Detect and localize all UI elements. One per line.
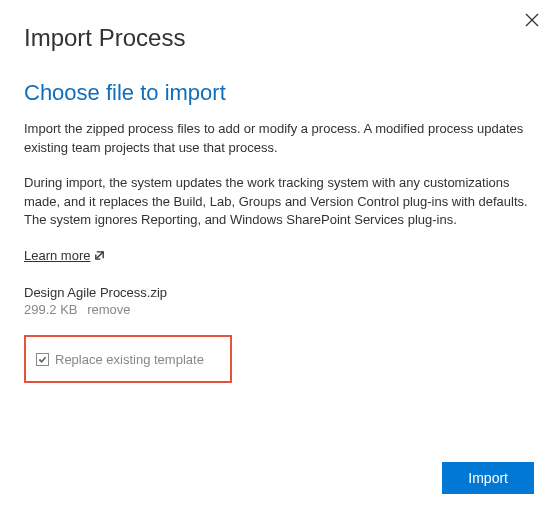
checkbox-label: Replace existing template: [55, 352, 204, 367]
learn-more-label: Learn more: [24, 248, 90, 263]
external-link-icon: [94, 250, 105, 261]
learn-more-link[interactable]: Learn more: [24, 248, 105, 263]
import-button[interactable]: Import: [442, 462, 534, 494]
intro-paragraph-1: Import the zipped process files to add o…: [24, 120, 534, 158]
remove-file-link[interactable]: remove: [87, 302, 130, 317]
section-title: Choose file to import: [24, 80, 534, 106]
highlight-annotation: Replace existing template: [24, 335, 232, 383]
dialog-title: Import Process: [24, 24, 534, 52]
file-size: 299.2 KB: [24, 302, 78, 317]
checkbox-icon: [36, 353, 49, 366]
close-icon[interactable]: [524, 12, 540, 28]
replace-template-checkbox[interactable]: Replace existing template: [36, 352, 204, 367]
selected-file-name: Design Agile Process.zip: [24, 285, 534, 300]
dialog-footer: Import: [442, 462, 534, 494]
intro-paragraph-2: During import, the system updates the wo…: [24, 174, 534, 231]
file-info-row: 299.2 KB remove: [24, 302, 534, 317]
